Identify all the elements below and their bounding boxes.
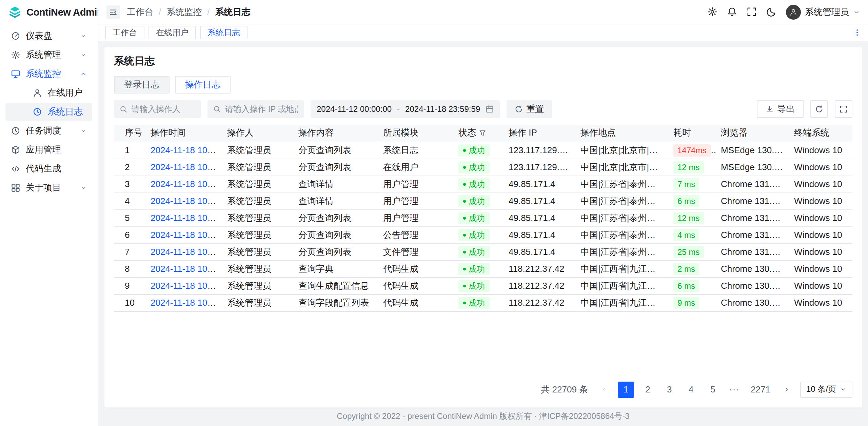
cost-badge: 1474ms bbox=[673, 144, 710, 156]
cell-browser: Chrome 130.0.0.0 bbox=[715, 277, 789, 294]
cell-browser: Chrome 130.0.0.0 bbox=[715, 294, 789, 311]
log-time-link[interactable]: 2024-11-18 10:51:49 bbox=[151, 298, 222, 308]
chevron-down-icon bbox=[80, 184, 87, 191]
sidebar-item-app-management[interactable]: 应用管理 bbox=[5, 141, 92, 159]
sidebar-item-dashboard[interactable]: 仪表盘 bbox=[5, 27, 92, 45]
tab-login-logs[interactable]: 登录日志 bbox=[114, 76, 170, 94]
sidebar-item-about-project[interactable]: 关于项目 bbox=[5, 179, 92, 197]
page-button[interactable]: 5 bbox=[705, 381, 721, 398]
status-dot-icon bbox=[463, 200, 466, 202]
cell-browser: MSEdge 130.0.0.0 bbox=[715, 142, 789, 159]
dark-mode-button[interactable] bbox=[766, 7, 776, 17]
prev-page-button[interactable] bbox=[596, 381, 612, 398]
filter-icon[interactable] bbox=[479, 129, 486, 137]
pagination-total: 共 22709 条 bbox=[541, 383, 588, 395]
cell-index: 3 bbox=[114, 176, 145, 192]
sidebar-item-label: 仪表盘 bbox=[26, 30, 52, 42]
sidebar-item-system-monitor[interactable]: 系统监控 bbox=[5, 65, 92, 83]
page-button[interactable]: 1 bbox=[618, 381, 634, 398]
brand[interactable]: ContiNew Admin bbox=[0, 0, 98, 24]
operator-search-input[interactable] bbox=[132, 104, 195, 114]
fullscreen-icon bbox=[840, 105, 848, 113]
page-size-select[interactable]: 10 条/页 bbox=[800, 381, 852, 398]
log-time-link[interactable]: 2024-11-18 10:51:49 bbox=[151, 281, 222, 291]
pagination-ellipsis[interactable]: ··· bbox=[726, 381, 743, 398]
page-size-value: 10 条/页 bbox=[806, 384, 836, 395]
reset-button[interactable]: 重置 bbox=[507, 100, 552, 118]
tab-label: 登录日志 bbox=[124, 79, 159, 91]
sidebar-item-system-management[interactable]: 系统管理 bbox=[5, 46, 92, 64]
fullscreen-icon bbox=[747, 7, 757, 17]
cell-status: 成功 bbox=[453, 243, 503, 260]
cell-time: 2024-11-18 10:51:49 bbox=[145, 294, 222, 311]
cost-badge: 25 ms bbox=[673, 246, 704, 258]
operator-search[interactable] bbox=[114, 100, 201, 118]
box-icon bbox=[11, 145, 20, 155]
breadcrumb-separator: / bbox=[159, 7, 161, 17]
cell-location: 中国|江西省|九江市|... bbox=[575, 260, 668, 277]
user-icon bbox=[33, 88, 42, 98]
tab-operation-logs[interactable]: 操作日志 bbox=[175, 76, 231, 94]
sidebar-item-online-users[interactable]: 在线用户 bbox=[5, 84, 92, 102]
tab-options-button[interactable] bbox=[853, 28, 861, 37]
cell-ip: 118.212.37.42 bbox=[503, 277, 575, 294]
date-range-picker[interactable]: 2024-11-12 00:00:00 - 2024-11-18 23:59:5… bbox=[311, 100, 500, 118]
cell-location: 中国|江苏省|泰州市|... bbox=[575, 243, 668, 260]
brand-logo-icon bbox=[8, 5, 22, 19]
refresh-icon bbox=[815, 105, 823, 113]
ip-search-input[interactable] bbox=[225, 104, 298, 114]
next-page-button[interactable] bbox=[778, 381, 795, 398]
log-time-link[interactable]: 2024-11-18 10:51:52 bbox=[151, 247, 222, 257]
page-button[interactable]: 3 bbox=[661, 381, 677, 398]
table-fullscreen-button[interactable] bbox=[835, 100, 852, 118]
log-time-link[interactable]: 2024-11-18 10:52:47 bbox=[151, 162, 222, 172]
cell-ip: 49.85.171.4 bbox=[503, 226, 575, 243]
log-time-link[interactable]: 2024-11-18 10:52:55 bbox=[151, 145, 222, 155]
export-button[interactable]: 导出 bbox=[757, 100, 804, 118]
cell-status: 成功 bbox=[453, 226, 503, 243]
menu-collapse-button[interactable] bbox=[106, 5, 120, 19]
table-refresh-button[interactable] bbox=[810, 100, 828, 118]
cell-module: 用户管理 bbox=[378, 209, 453, 226]
sidebar-item-code-generation[interactable]: 代码生成 bbox=[5, 160, 92, 178]
log-time-link[interactable]: 2024-11-18 10:52:12 bbox=[151, 179, 222, 189]
ip-search[interactable] bbox=[208, 100, 304, 118]
cell-module: 用户管理 bbox=[378, 192, 453, 209]
tab-system-logs[interactable]: 系统日志 bbox=[200, 26, 248, 39]
page-button[interactable]: 2 bbox=[639, 381, 656, 398]
cost-badge: 6 ms bbox=[673, 195, 699, 207]
export-label: 导出 bbox=[777, 103, 795, 115]
log-time-link[interactable]: 2024-11-18 10:51:53 bbox=[151, 230, 222, 240]
breadcrumb-item-system-monitor[interactable]: 系统监控 bbox=[166, 6, 202, 18]
col-browser: 浏览器 bbox=[715, 125, 789, 142]
cell-index: 8 bbox=[114, 260, 145, 277]
log-type-tabs: 登录日志 操作日志 bbox=[114, 76, 852, 94]
page-button[interactable]: 4 bbox=[683, 381, 699, 398]
col-module: 所属模块 bbox=[378, 125, 453, 142]
cell-location: 中国|江西省|九江市|... bbox=[575, 294, 668, 311]
log-time-link[interactable]: 2024-11-18 10:52:05 bbox=[151, 196, 222, 206]
status-dot-icon bbox=[463, 284, 466, 287]
sidebar-item-system-logs[interactable]: 系统日志 bbox=[5, 103, 92, 121]
user-menu[interactable]: 系统管理员 bbox=[786, 4, 860, 19]
sidebar-item-task-scheduling[interactable]: 任务调度 bbox=[5, 122, 92, 140]
breadcrumb-item-workbench[interactable]: 工作台 bbox=[127, 6, 153, 18]
tab-online-users[interactable]: 在线用户 bbox=[149, 26, 196, 39]
status-badge: 成功 bbox=[458, 280, 490, 292]
log-time-link[interactable]: 2024-11-18 10:51:50 bbox=[151, 264, 222, 274]
cost-badge: 4 ms bbox=[673, 229, 699, 241]
table-row: 7 2024-11-18 10:51:52 系统管理员 分页查询列表 文件管理 … bbox=[114, 243, 852, 260]
cell-browser: MSEdge 130.0.0.0 bbox=[715, 159, 789, 176]
pagination: 共 22709 条 1 2 3 4 5 ··· 2271 10 条/页 bbox=[114, 373, 852, 400]
settings-button[interactable] bbox=[707, 7, 717, 17]
page-button-last[interactable]: 2271 bbox=[748, 381, 773, 398]
date-end-value: 2024-11-18 23:59:59 bbox=[405, 104, 480, 114]
code-icon bbox=[11, 164, 20, 174]
log-time-link[interactable]: 2024-11-18 10:51:55 bbox=[151, 213, 222, 223]
table-row: 3 2024-11-18 10:52:12 系统管理员 查询详情 用户管理 成功… bbox=[114, 176, 852, 192]
status-badge: 成功 bbox=[458, 212, 490, 224]
notifications-button[interactable] bbox=[727, 7, 737, 17]
tab-workbench[interactable]: 工作台 bbox=[105, 26, 144, 39]
filter-bar: 2024-11-12 00:00:00 - 2024-11-18 23:59:5… bbox=[114, 100, 852, 118]
fullscreen-button[interactable] bbox=[747, 7, 757, 17]
